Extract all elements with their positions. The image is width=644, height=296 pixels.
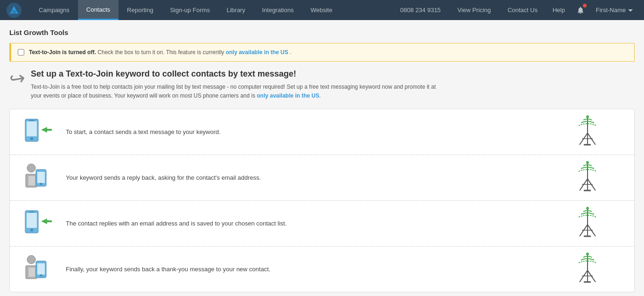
step-1-icon-left [19, 117, 56, 147]
svg-marker-2 [628, 9, 633, 12]
svg-marker-7 [41, 127, 52, 133]
step-4-text: Finally, your keyword sends back a thank… [56, 266, 625, 273]
svg-rect-16 [28, 176, 35, 185]
svg-rect-6 [29, 120, 35, 121]
curved-arrow-icon: ↩ [8, 68, 27, 89]
alert-highlight: only available in the US [226, 49, 288, 56]
nav-links: Campaigns Contacts Reporting Sign-up For… [30, 0, 392, 20]
tower-icon-3 [575, 206, 601, 241]
svg-point-37 [27, 255, 35, 264]
intro-paragraph: Text-to-Join is a free tool to help cont… [31, 83, 437, 100]
intro-heading: Set up a Text-to-Join keyword to collect… [31, 69, 437, 79]
step-3-icon-right [569, 206, 606, 241]
step-2-icon-right [569, 160, 606, 195]
navbar: Campaigns Contacts Reporting Sign-up For… [0, 0, 644, 20]
step-row-3: The contact replies with an email addres… [10, 201, 634, 247]
nav-view-pricing[interactable]: View Pricing [449, 0, 499, 20]
svg-rect-4 [27, 121, 37, 136]
tower-icon-1 [575, 114, 601, 149]
svg-marker-30 [41, 218, 52, 224]
nav-campaigns[interactable]: Campaigns [30, 0, 78, 20]
tower-icon-2 [575, 160, 601, 195]
intro-text: Set up a Text-to-Join keyword to collect… [31, 69, 437, 100]
intro-section: ↩ Set up a Text-to-Join keyword to colle… [9, 69, 635, 100]
svg-point-36 [586, 207, 589, 210]
step-1-text: To start, a contact sends a text message… [56, 128, 625, 135]
svg-rect-1 [12, 10, 16, 14]
nav-contact-us[interactable]: Contact Us [499, 0, 546, 20]
nav-signup-forms[interactable]: Sign-up Forms [161, 0, 218, 20]
svg-rect-29 [29, 211, 35, 212]
svg-rect-27 [27, 213, 37, 228]
bell-badge [583, 4, 587, 7]
step-4-icon-left [19, 254, 56, 284]
svg-point-48 [586, 253, 589, 255]
phone-send-icon-1 [21, 117, 54, 147]
svg-point-14 [27, 164, 35, 172]
nav-right: 0808 234 9315 View Pricing Contact Us He… [392, 0, 639, 20]
nav-bell[interactable] [572, 0, 589, 20]
svg-point-42 [40, 275, 42, 277]
page-title: List Growth Tools [9, 28, 635, 36]
steps-container: To start, a contact sends a text message… [9, 109, 635, 292]
alert-rest: Check the box to turn it on. This featur… [98, 49, 226, 56]
text-to-join-checkbox[interactable] [18, 49, 24, 56]
svg-rect-41 [37, 263, 45, 275]
nav-phone: 0808 234 9315 [392, 0, 449, 20]
step-4-icon-right [569, 252, 606, 287]
tower-icon-4 [575, 252, 601, 287]
nav-website[interactable]: Website [302, 0, 341, 20]
nav-user[interactable]: First-Name [589, 0, 639, 20]
nav-reporting[interactable]: Reporting [119, 0, 161, 20]
step-3-text: The contact replies with an email addres… [56, 220, 625, 227]
step-row-4: Finally, your keyword sends back a thank… [10, 247, 634, 292]
step-2-text: Your keyword sends a reply back, asking … [56, 174, 625, 181]
nav-user-name: First-Name [596, 7, 626, 14]
alert-text: Text-to-Join is turned off. Check the bo… [29, 48, 291, 56]
svg-point-25 [586, 161, 589, 164]
nav-integrations[interactable]: Integrations [253, 0, 302, 20]
alert-end: . [290, 49, 291, 56]
svg-point-28 [30, 229, 33, 232]
svg-point-5 [30, 137, 33, 140]
step-2-icon-left [19, 162, 56, 193]
svg-rect-39 [28, 268, 35, 277]
nav-contacts[interactable]: Contacts [78, 0, 119, 20]
page-content: List Growth Tools Text-to-Join is turned… [0, 20, 644, 296]
logo[interactable] [5, 2, 23, 19]
step-1-icon-right [569, 114, 606, 149]
phone-send-icon-3 [21, 208, 54, 239]
step-3-icon-left [19, 208, 56, 239]
alert-bold: Text-to-Join is turned off. [29, 49, 96, 56]
step-row-1: To start, a contact sends a text message… [10, 109, 634, 155]
person-phone-icon-4 [23, 254, 53, 284]
svg-point-19 [40, 183, 42, 185]
nav-library[interactable]: Library [218, 0, 254, 20]
alert-box: Text-to-Join is turned off. Check the bo… [9, 43, 635, 62]
nav-help[interactable]: Help [546, 0, 572, 20]
svg-point-13 [586, 115, 589, 118]
svg-rect-18 [37, 172, 45, 183]
step-row-2: Your keyword sends a reply back, asking … [10, 155, 634, 201]
person-phone-icon-2 [23, 162, 53, 193]
intro-highlight: only available in the US [257, 92, 319, 99]
